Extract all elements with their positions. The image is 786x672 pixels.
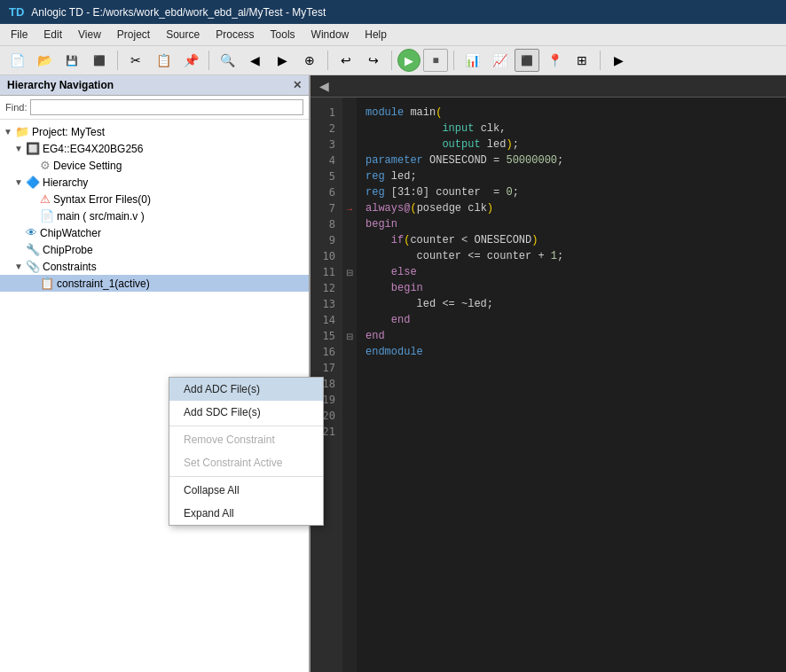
- chart2-button[interactable]: 📈: [487, 49, 512, 72]
- tree-item-chipprobe[interactable]: 🔧 ChipProbe: [0, 241, 309, 258]
- code-line-20: endmodule: [365, 344, 777, 360]
- line-num: 8: [310, 216, 342, 232]
- ctx-collapse[interactable]: Collapse All: [169, 479, 323, 502]
- more-button[interactable]: ▶: [606, 49, 631, 72]
- tree-label: Project: MyTest: [32, 126, 105, 138]
- find-button[interactable]: 🔍: [215, 49, 240, 72]
- toolbar-sep-3: [327, 51, 328, 70]
- gear-icon: ⚙: [40, 159, 51, 172]
- line-num: 10: [310, 248, 342, 264]
- menu-edit[interactable]: Edit: [36, 26, 69, 43]
- menu-source[interactable]: Source: [159, 26, 207, 43]
- find-label: Find:: [5, 102, 27, 113]
- editor-tabs: ◀: [310, 75, 786, 98]
- watch-icon: 👁: [26, 226, 37, 239]
- expand-marker[interactable]: ⊟: [342, 328, 357, 344]
- menu-project[interactable]: Project: [110, 26, 157, 43]
- pin-button[interactable]: 📍: [542, 49, 567, 72]
- marker: [342, 121, 357, 137]
- editor: ◀ 1 2 3 4 5 6 7 8 9 10 11 12 13 14 15 16: [310, 75, 786, 672]
- marker: [342, 232, 357, 248]
- tree-item-device[interactable]: ⚙ Device Setting: [0, 157, 309, 174]
- open-button[interactable]: 📂: [32, 49, 57, 72]
- code-line-7: reg led;: [365, 168, 777, 184]
- code-line-15: begin: [365, 280, 777, 296]
- ctx-expand[interactable]: Expand All: [169, 502, 323, 525]
- tree-label: Syntax Error Files(0): [53, 193, 151, 206]
- code-line-14: else: [365, 264, 777, 280]
- code-line-18: end: [365, 328, 777, 344]
- line-num: 11: [310, 264, 342, 280]
- ctx-sep-2: [169, 476, 323, 477]
- redo-button[interactable]: ↪: [361, 49, 386, 72]
- line-num: 4: [310, 152, 342, 168]
- tree-item-constraints[interactable]: ▼ 📎 Constraints: [0, 258, 309, 275]
- code-line-5: parameter ONESECOND = 50000000;: [365, 152, 777, 168]
- menu-process[interactable]: Process: [208, 26, 261, 43]
- undo-button[interactable]: ↩: [334, 49, 358, 72]
- save-all-button[interactable]: 💾: [59, 49, 84, 72]
- cut-button[interactable]: ✂: [123, 49, 148, 72]
- context-menu: Add ADC File(s) Add SDC File(s) Remove C…: [169, 377, 324, 526]
- title-bar: TD Anlogic TD - E:/works/work_ebd/work_e…: [0, 0, 786, 24]
- spacer: [28, 160, 37, 170]
- marker: [342, 248, 357, 264]
- tree-label: Device Setting: [53, 160, 122, 172]
- toolbar-sep-4: [391, 51, 392, 70]
- tree-item-main[interactable]: 📄 main ( src/main.v ): [0, 207, 309, 224]
- chart-button[interactable]: 📊: [460, 49, 484, 72]
- ctx-set-active: Set Constraint Active: [169, 451, 323, 474]
- code-line-1: module main(: [365, 105, 777, 121]
- new-button[interactable]: 📄: [4, 49, 29, 72]
- tree-item-errors[interactable]: ⚠ Syntax Error Files(0): [0, 191, 309, 207]
- copy-button[interactable]: 📋: [151, 49, 176, 72]
- find-prev-button[interactable]: ◀: [242, 49, 267, 72]
- line-num: 5: [310, 168, 342, 184]
- paste-button[interactable]: 📌: [178, 49, 203, 72]
- tree-item-constraint1[interactable]: 📋 constraint_1(active): [0, 275, 309, 292]
- tree-item-hierarchy[interactable]: ▼ 🔷 Hierarchy: [0, 174, 309, 191]
- target-button[interactable]: ⊕: [297, 49, 322, 72]
- chip-button[interactable]: ⬛: [515, 49, 539, 72]
- marker: [342, 360, 357, 376]
- menu-view[interactable]: View: [71, 26, 108, 43]
- menu-window[interactable]: Window: [304, 26, 357, 43]
- ctx-add-adc[interactable]: Add ADC File(s): [169, 378, 323, 401]
- code-line-12: if(counter < ONESECOND): [365, 232, 777, 248]
- error-icon: ⚠: [40, 192, 51, 206]
- code-content[interactable]: module main( input clk, output led); par…: [357, 98, 786, 672]
- find-next-button[interactable]: ▶: [270, 49, 295, 72]
- save-button[interactable]: ⬛: [87, 49, 112, 72]
- menu-file[interactable]: File: [4, 26, 35, 43]
- find-input[interactable]: [30, 99, 303, 115]
- tree-item-chip[interactable]: ▼ 🔲 EG4::EG4X20BG256: [0, 140, 309, 157]
- panel-header: Hierarchy Navigation ✕: [0, 75, 309, 96]
- marker: [342, 344, 357, 360]
- hierarchy-icon: 🔷: [26, 176, 40, 189]
- tree-item-project[interactable]: ▼ 📁 Project: MyTest: [0, 123, 309, 140]
- chip-icon: 🔲: [26, 142, 40, 155]
- arrow-icon: ▼: [14, 177, 23, 187]
- tree-item-chipwatcher[interactable]: 👁 ChipWatcher: [0, 224, 309, 241]
- folder-icon: 📁: [15, 125, 29, 138]
- marker: [342, 376, 357, 392]
- stop-button[interactable]: ■: [423, 49, 448, 72]
- menu-help[interactable]: Help: [358, 26, 394, 43]
- line-num: 12: [310, 280, 342, 296]
- code-line-2: input clk,: [365, 121, 777, 137]
- play-button[interactable]: ▶: [397, 49, 421, 72]
- main-area: Hierarchy Navigation ✕ Find: ▼ 📁 Project…: [0, 75, 786, 672]
- code-line-3: output led);: [365, 137, 777, 152]
- title-icon: TD: [9, 5, 24, 19]
- marker: [342, 105, 357, 121]
- close-icon[interactable]: ✕: [293, 79, 302, 91]
- expand-marker[interactable]: ⊟: [342, 264, 357, 280]
- toolbar-sep-6: [600, 51, 601, 70]
- spacer: [14, 245, 23, 254]
- grid-button[interactable]: ⊞: [570, 49, 594, 72]
- marker: [342, 408, 357, 424]
- menu-tools[interactable]: Tools: [263, 26, 303, 43]
- line-num: 13: [310, 296, 342, 312]
- ctx-add-sdc[interactable]: Add SDC File(s): [169, 401, 323, 424]
- editor-scroll-left[interactable]: ◀: [314, 75, 334, 97]
